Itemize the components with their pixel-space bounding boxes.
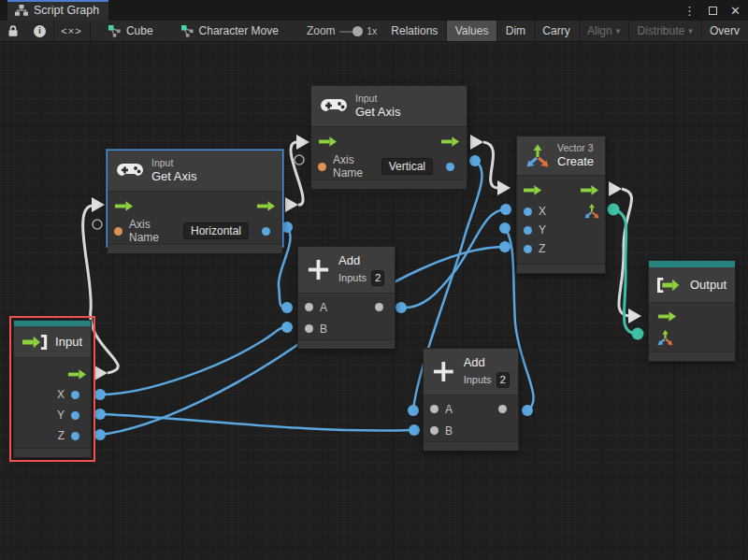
align-label: Align bbox=[587, 24, 612, 37]
overview-button[interactable]: Overv bbox=[701, 21, 748, 42]
node-title: Add bbox=[464, 355, 510, 370]
breadcrumb-cube[interactable]: Cube bbox=[101, 24, 161, 37]
values-toggle[interactable]: Values bbox=[447, 21, 497, 42]
plus-icon bbox=[307, 258, 330, 281]
graph-icon bbox=[108, 25, 121, 37]
port-x-input[interactable] bbox=[524, 208, 532, 216]
node-add-1[interactable]: Add Inputs 2 A B bbox=[297, 246, 396, 349]
script-graph-window: Script Graph ⋮ ✕ i <×> bbox=[0, 0, 748, 560]
overview-label: Overv bbox=[710, 24, 740, 37]
port-a-input[interactable] bbox=[305, 303, 313, 311]
dim-label: Dim bbox=[506, 24, 525, 37]
vector3-icon bbox=[525, 144, 550, 168]
node-get-axis-horizontal[interactable]: Input Get Axis Axis Name Horizontal bbox=[107, 150, 283, 247]
port-z-output[interactable] bbox=[71, 432, 79, 440]
breadcrumb-character-move[interactable]: Character Move bbox=[174, 24, 286, 37]
port-y-input[interactable] bbox=[524, 226, 532, 235]
port-label: Y bbox=[57, 409, 65, 422]
zoom-slider[interactable] bbox=[339, 21, 364, 42]
lock-button[interactable] bbox=[0, 21, 26, 42]
maximize-icon[interactable] bbox=[709, 7, 717, 15]
zoom-label: Zoom bbox=[307, 24, 336, 37]
axis-name-field[interactable]: Vertical bbox=[381, 158, 433, 175]
breadcrumb-label: Character Move bbox=[199, 24, 279, 37]
carry-label: Carry bbox=[542, 24, 569, 37]
port-label: A bbox=[445, 403, 453, 416]
node-footer bbox=[108, 244, 282, 253]
port-a-input[interactable] bbox=[430, 405, 439, 413]
event-strip bbox=[649, 261, 735, 267]
axis-name-field[interactable]: Horizontal bbox=[183, 223, 249, 239]
port-label: B bbox=[445, 424, 453, 438]
port-y-output[interactable] bbox=[71, 411, 79, 420]
tab-bar: Script Graph ⋮ ✕ bbox=[0, 0, 748, 21]
graph-icon bbox=[181, 25, 194, 37]
node-input-event[interactable]: Input X Y Z bbox=[13, 320, 92, 458]
values-label: Values bbox=[455, 24, 489, 37]
node-title: Get Axis bbox=[355, 105, 400, 120]
inputs-count-field[interactable]: 2 bbox=[371, 270, 384, 286]
inputs-count-field[interactable]: 2 bbox=[496, 372, 510, 388]
node-add-2[interactable]: Add Inputs 2 A B bbox=[423, 348, 519, 451]
zoom-value: 1x bbox=[367, 25, 377, 36]
node-title: Add bbox=[338, 253, 384, 268]
node-title: Input bbox=[55, 335, 82, 349]
info-icon: i bbox=[34, 25, 46, 37]
vector3-output-port[interactable] bbox=[584, 204, 599, 219]
flow-out-arrow[interactable] bbox=[580, 184, 599, 196]
flow-in-arrow[interactable] bbox=[657, 310, 677, 323]
port-x-output[interactable] bbox=[71, 391, 79, 399]
vector3-input-port[interactable] bbox=[657, 330, 673, 346]
port-sum-output[interactable] bbox=[498, 405, 507, 413]
port-axis-name-input[interactable] bbox=[114, 227, 122, 236]
port-b-input[interactable] bbox=[305, 324, 313, 333]
distribute-dropdown[interactable]: Distribute ▾ bbox=[629, 21, 701, 42]
relations-toggle[interactable]: Relations bbox=[382, 21, 446, 42]
gamepad-icon bbox=[320, 98, 348, 114]
port-z-input[interactable] bbox=[524, 245, 532, 253]
gamepad-icon bbox=[116, 163, 144, 179]
close-icon[interactable]: ✕ bbox=[730, 5, 741, 17]
node-footer bbox=[649, 352, 735, 361]
port-label: Z bbox=[58, 429, 65, 442]
port-b-input[interactable] bbox=[430, 426, 439, 435]
input-event-icon bbox=[22, 334, 48, 351]
flow-in-arrow[interactable] bbox=[318, 136, 338, 148]
node-footer bbox=[517, 264, 605, 273]
relations-label: Relations bbox=[391, 24, 438, 37]
lock-icon bbox=[7, 24, 19, 37]
node-title: Create bbox=[557, 154, 594, 169]
port-label: Z bbox=[539, 242, 545, 255]
port-sum-output[interactable] bbox=[375, 303, 383, 311]
port-value-output[interactable] bbox=[446, 163, 454, 171]
flow-out-arrow[interactable] bbox=[256, 200, 276, 212]
code-icon: <×> bbox=[61, 25, 81, 36]
port-label: Y bbox=[539, 223, 546, 237]
flow-in-arrow[interactable] bbox=[114, 200, 134, 212]
plus-icon bbox=[432, 360, 455, 383]
node-vector3-create[interactable]: Vector 3 Create X bbox=[516, 136, 606, 274]
node-output-event[interactable]: Output bbox=[648, 260, 736, 362]
align-dropdown[interactable]: Align ▾ bbox=[579, 21, 628, 42]
node-footer bbox=[298, 339, 395, 349]
node-get-axis-vertical[interactable]: Input Get Axis Axis Name Vertical bbox=[310, 85, 468, 182]
flow-out-arrow[interactable] bbox=[67, 368, 87, 381]
graph-toolbar: i <×> Cube Character Move Zoom bbox=[0, 21, 748, 42]
flow-out-arrow[interactable] bbox=[440, 136, 460, 148]
port-label: B bbox=[320, 323, 327, 336]
param-label: Axis Name bbox=[333, 153, 375, 179]
node-title: Get Axis bbox=[151, 169, 196, 184]
carry-toggle[interactable]: Carry bbox=[534, 21, 578, 42]
port-axis-name-input[interactable] bbox=[318, 163, 326, 171]
inputs-label: Inputs bbox=[338, 272, 367, 285]
port-value-output[interactable] bbox=[262, 227, 270, 236]
zoom-slider-knob[interactable] bbox=[352, 26, 363, 36]
window-menu-icon[interactable]: ⋮ bbox=[683, 5, 696, 17]
dim-toggle[interactable]: Dim bbox=[497, 21, 534, 42]
info-button[interactable]: i bbox=[26, 21, 53, 42]
tab-title: Script Graph bbox=[34, 4, 99, 17]
tab-script-graph[interactable]: Script Graph bbox=[7, 0, 108, 21]
flow-in-arrow[interactable] bbox=[523, 184, 542, 196]
code-preview-button[interactable]: <×> bbox=[53, 21, 89, 42]
port-label: X bbox=[57, 388, 65, 401]
